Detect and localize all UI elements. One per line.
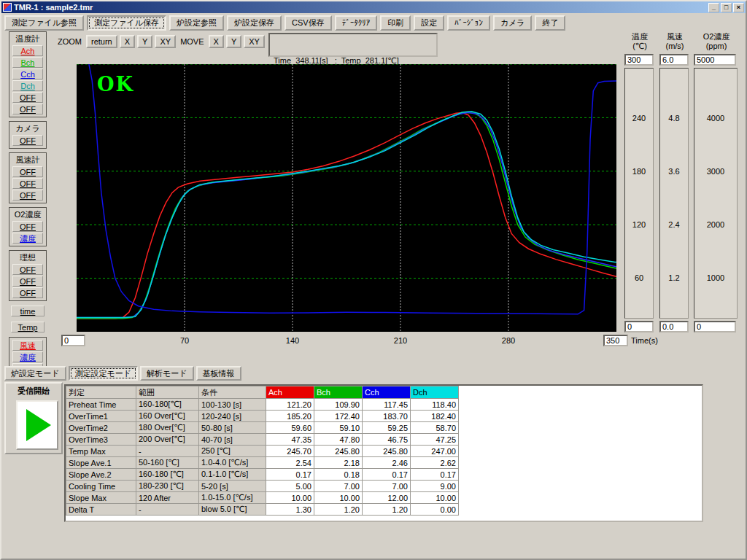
data-clear-button[interactable]: ﾃﾞｰﾀｸﾘｱ	[335, 15, 378, 31]
value-cell: 5.00	[266, 481, 314, 492]
table-row: Slope Max120 After1.0-15.0 [℃/s]10.0010.…	[66, 492, 702, 504]
csv-save-button[interactable]: CSV保存	[285, 15, 332, 31]
value-cell: 0.17	[266, 469, 314, 481]
criteria-cell: OverTime2	[66, 422, 136, 434]
o2-concentration-toggle[interactable]: 濃度	[12, 233, 43, 244]
value-cell: 9.00	[411, 481, 459, 492]
channel-fch-toggle[interactable]: OFF	[12, 104, 43, 114]
wind-tick-label: 3.6	[660, 167, 688, 176]
move-xy-button[interactable]: XY	[244, 35, 265, 48]
value-cell: 0.17	[411, 469, 459, 481]
camera-button[interactable]: カメラ	[493, 15, 533, 31]
chart-svg	[77, 64, 616, 332]
print-button[interactable]: 印刷	[380, 15, 411, 31]
overlay-windspeed-toggle[interactable]: 風速	[12, 340, 43, 351]
value-cell: 0.17	[363, 469, 411, 481]
receive-start-button[interactable]	[16, 400, 58, 450]
zoom-y-button[interactable]: Y	[137, 35, 152, 48]
x-tick-label: 210	[386, 336, 415, 345]
measurement-readout: Time 348.11[s] : Temp 281.1[℃] WindSpeed…	[268, 33, 438, 57]
window-minimize-button[interactable]: _	[708, 3, 719, 12]
x-tick-label: 280	[494, 336, 523, 345]
channel-ech-toggle[interactable]: OFF	[12, 92, 43, 103]
value-cell: 1.30	[266, 504, 314, 516]
x-axis-min-input[interactable]	[61, 335, 85, 346]
o2-off-toggle[interactable]: OFF	[12, 221, 43, 232]
temp-tick-label: 60	[625, 273, 653, 282]
mode-board-info-button[interactable]: 基板情報	[196, 366, 241, 381]
windspeed-2-toggle[interactable]: OFF	[12, 178, 43, 189]
filler-cell	[459, 422, 702, 434]
value-cell: 172.40	[314, 411, 363, 422]
version-button[interactable]: ﾊﾞｰｼﾞｮﾝ	[447, 15, 490, 31]
filler-cell	[459, 481, 702, 492]
window-close-button[interactable]: ×	[733, 3, 744, 12]
move-y-button[interactable]: Y	[226, 35, 241, 48]
channel-sidebar: 温度計 Ach Bch Cch Dch OFF OFF カメラ OFF 風速計 …	[5, 31, 50, 377]
criteria-cell: -	[136, 446, 199, 457]
channel-ach-toggle[interactable]: Ach	[12, 45, 43, 56]
criteria-cell: Temp Max	[66, 446, 136, 457]
save-furnace-setting-button[interactable]: 炉設定保存	[227, 15, 282, 31]
temp-tick-label: 120	[625, 220, 653, 229]
mode-measure-setting-button[interactable]: 測定設定モード	[69, 366, 139, 381]
ideal-2-toggle[interactable]: OFF	[12, 276, 43, 287]
save-measure-file-button[interactable]: 測定ファイル保存	[87, 15, 166, 31]
value-cell: 182.40	[411, 411, 459, 422]
channel-bch-toggle[interactable]: Bch	[12, 57, 43, 68]
exit-button[interactable]: 終了	[535, 15, 565, 31]
wind-axis-max-input[interactable]	[659, 54, 689, 66]
title-bar[interactable]: TMR-1 : sample2.tmr _ □ ×	[1, 1, 746, 13]
mode-analysis-button[interactable]: 解析モード	[140, 366, 194, 381]
zoom-return-button[interactable]: return	[86, 35, 117, 48]
open-measure-file-button[interactable]: 測定ファイル参照	[4, 15, 84, 31]
criteria-cell: 160-180 [℃]	[136, 469, 199, 481]
value-cell: 10.00	[266, 492, 314, 504]
chart-plot-area[interactable]: OK	[77, 64, 616, 332]
channel-dch-toggle[interactable]: Dch	[12, 80, 43, 91]
criteria-cell: Cooling Time	[66, 481, 136, 492]
ideal-3-toggle[interactable]: OFF	[12, 287, 43, 298]
filler-cell	[459, 399, 702, 411]
x-axis-time-button[interactable]: time	[11, 306, 44, 316]
wind-tick-label: 4.8	[660, 114, 688, 122]
move-label: MOVE	[180, 37, 204, 46]
value-cell: 109.90	[314, 399, 363, 411]
table-row: Slope Ave.150-160 [℃]1.0-4.0 [℃/s]2.542.…	[66, 457, 702, 469]
overlay-o2-toggle[interactable]: 濃度	[12, 351, 43, 362]
table-row: Delta T-blow 5.0 [℃]1.301.201.200.00	[66, 504, 702, 516]
col-header-cch: Cch	[363, 386, 411, 399]
zoom-x-button[interactable]: X	[120, 35, 135, 48]
settings-button[interactable]: 設定	[414, 15, 444, 31]
temp-axis-min-input[interactable]	[624, 321, 654, 332]
value-cell: 59.60	[266, 422, 314, 434]
window-maximize-button[interactable]: □	[721, 3, 732, 12]
camera-toggle[interactable]: OFF	[12, 135, 43, 146]
temp-axis-max-input[interactable]	[624, 54, 654, 66]
move-x-button[interactable]: X	[209, 35, 224, 48]
open-furnace-setting-button[interactable]: 炉設定参照	[169, 15, 224, 31]
o2-axis-title: O2濃度	[693, 32, 740, 42]
mode-furnace-setting-button[interactable]: 炉設定モード	[4, 366, 66, 381]
zoom-xy-button[interactable]: XY	[155, 35, 176, 48]
windspeed-3-toggle[interactable]: OFF	[12, 190, 43, 201]
filler-cell	[459, 446, 702, 457]
y-axis-temp-button[interactable]: Temp	[11, 322, 44, 332]
o2-axis-max-input[interactable]	[694, 54, 736, 66]
wind-axis-column: 風速 (m/s) 4.8 3.6 2.4 1.2	[659, 32, 691, 338]
wind-axis-min-input[interactable]	[659, 321, 689, 332]
table-row: Slope Ave.2160-180 [℃]0.1-1.0 [℃/s]0.170…	[66, 469, 702, 481]
temp-axis-column: 温度 (℃) 240 180 120 60	[624, 32, 656, 338]
channel-cch-toggle[interactable]: Cch	[12, 69, 43, 79]
ideal-1-toggle[interactable]: OFF	[12, 264, 43, 275]
value-cell: 7.00	[314, 481, 363, 492]
value-cell: 10.00	[411, 492, 459, 504]
criteria-cell: 120 After	[136, 492, 199, 504]
o2-axis-min-input[interactable]	[694, 321, 736, 332]
windspeed-1-toggle[interactable]: OFF	[12, 166, 43, 177]
o2-group-label: O2濃度	[10, 209, 45, 220]
window-controls: _ □ ×	[708, 3, 744, 12]
table-header-row: 判定 範囲 条件 Ach Bch Cch Dch	[66, 386, 702, 399]
wind-axis-unit: (m/s)	[659, 42, 691, 51]
criteria-cell: 100-130 [s]	[199, 399, 266, 411]
